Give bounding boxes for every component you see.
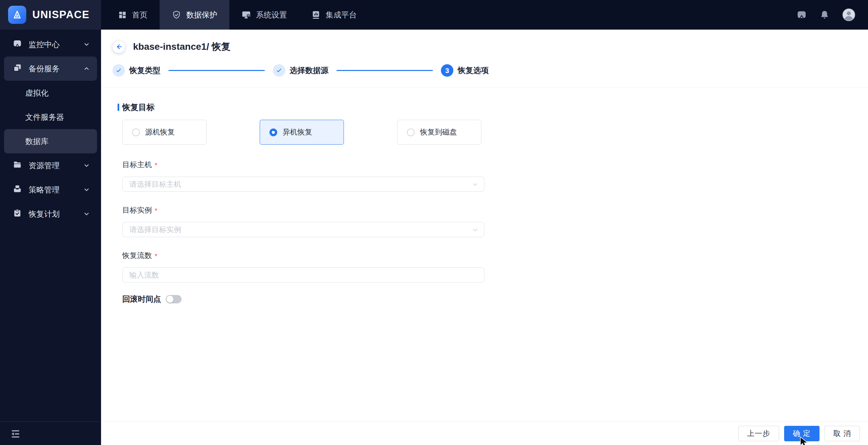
unispace-logo-icon bbox=[8, 6, 26, 24]
monitor-chat-icon bbox=[13, 39, 22, 50]
brand-name: UNISPACE bbox=[32, 9, 90, 21]
select-chevron-down-icon[interactable] bbox=[471, 181, 479, 188]
field-label-text: 目标主机 bbox=[122, 160, 152, 170]
form-content: 恢复目标 源机恢复 异机恢复 恢复到磁盘 目标主机 * bbox=[101, 102, 868, 304]
title-row: kbase-instance1/ 恢复 bbox=[113, 30, 868, 53]
chevron-down-icon bbox=[83, 186, 90, 194]
nav-item-label: 数据保护 bbox=[186, 10, 217, 20]
sidebar-subitem-label: 数据库 bbox=[25, 136, 49, 147]
chevron-down-icon bbox=[83, 41, 90, 48]
brand-logo-section: UNISPACE bbox=[0, 0, 101, 30]
bar-chart-icon bbox=[311, 10, 321, 20]
target-host-select bbox=[122, 177, 484, 192]
required-mark: * bbox=[155, 252, 158, 261]
chevron-up-icon bbox=[83, 65, 90, 72]
chevron-down-icon bbox=[83, 162, 90, 169]
sidebar-subitem-virtualization[interactable]: 虚拟化 bbox=[4, 81, 97, 105]
sidebar-item-recovery-plan[interactable]: 恢复计划 bbox=[4, 202, 97, 226]
user-avatar[interactable] bbox=[842, 8, 855, 21]
topbar-actions bbox=[797, 0, 868, 30]
page-title: kbase-instance1/ 恢复 bbox=[133, 40, 230, 53]
sidebar-item-resource-management[interactable]: 资源管理 bbox=[4, 153, 97, 178]
nav-item-system-settings[interactable]: 系统设置 bbox=[229, 0, 299, 30]
sidebar-collapse-bar bbox=[0, 421, 101, 445]
sidebar: 监控中心 备份服务 虚拟化 bbox=[0, 30, 101, 445]
nav-item-integration-platform[interactable]: 集成平台 bbox=[299, 0, 369, 30]
nav-item-data-protection[interactable]: 数据保护 bbox=[160, 0, 229, 30]
nav-item-label: 首页 bbox=[132, 10, 148, 20]
chevron-down-icon bbox=[83, 210, 90, 218]
shield-check-icon bbox=[172, 10, 181, 20]
rollback-time-toggle[interactable] bbox=[166, 295, 182, 303]
sidebar-subitem-file-server[interactable]: 文件服务器 bbox=[4, 105, 97, 129]
option-recover-to-disk[interactable]: 恢复到磁盘 bbox=[397, 120, 481, 145]
radio-unchecked[interactable] bbox=[132, 129, 140, 136]
sidebar-menu: 监控中心 备份服务 虚拟化 bbox=[0, 30, 101, 226]
recovery-target-options: 源机恢复 异机恢复 恢复到磁盘 bbox=[122, 120, 868, 145]
sidebar-item-label: 资源管理 bbox=[29, 161, 60, 171]
step-check-icon bbox=[113, 64, 125, 77]
required-mark: * bbox=[155, 207, 158, 215]
sidebar-item-label: 备份服务 bbox=[29, 64, 60, 74]
target-instance-label: 目标实例 * bbox=[122, 205, 868, 215]
recovery-streams-label: 恢复流数 * bbox=[122, 250, 868, 261]
sidebar-item-label: 策略管理 bbox=[29, 185, 60, 195]
archive-inbox-icon bbox=[13, 184, 22, 196]
required-mark: * bbox=[155, 161, 158, 170]
step-connector bbox=[337, 70, 433, 71]
radio-checked[interactable] bbox=[270, 129, 277, 136]
collapse-sidebar-icon[interactable] bbox=[10, 428, 21, 439]
folder-icon bbox=[13, 160, 22, 171]
rollback-time-row: 回滚时间点 bbox=[122, 294, 868, 304]
topbar: UNISPACE 首页 数据保护 bbox=[0, 0, 868, 30]
sidebar-subitem-database[interactable]: 数据库 bbox=[4, 129, 97, 153]
radio-unchecked[interactable] bbox=[407, 129, 415, 136]
sidebar-item-backup-service[interactable]: 备份服务 bbox=[4, 57, 97, 81]
option-label: 异机恢复 bbox=[283, 127, 312, 137]
notifications-bell-icon[interactable] bbox=[819, 10, 830, 20]
step-label: 恢复选项 bbox=[458, 65, 489, 76]
step-number: 3 bbox=[441, 64, 453, 77]
option-source-machine-recovery[interactable]: 源机恢复 bbox=[122, 120, 207, 145]
section-title-text: 恢复目标 bbox=[122, 102, 155, 113]
top-nav: 首页 数据保护 系统设 bbox=[106, 0, 369, 30]
recovery-streams-field bbox=[122, 267, 484, 282]
option-label: 源机恢复 bbox=[145, 127, 175, 137]
messages-icon[interactable] bbox=[797, 10, 807, 20]
back-button[interactable] bbox=[113, 41, 125, 53]
option-alternate-machine-recovery[interactable]: 异机恢复 bbox=[260, 120, 344, 145]
copy-stack-icon bbox=[13, 63, 22, 74]
cancel-button[interactable]: 取 消 bbox=[825, 426, 860, 441]
target-instance-select bbox=[122, 222, 484, 237]
section-title-recovery-target: 恢复目标 bbox=[122, 102, 868, 113]
sidebar-item-label: 监控中心 bbox=[29, 39, 60, 50]
sidebar-subitem-label: 虚拟化 bbox=[25, 88, 49, 98]
field-label-text: 恢复流数 bbox=[122, 250, 152, 261]
step-label: 选择数据源 bbox=[290, 65, 329, 76]
target-instance-input[interactable] bbox=[122, 222, 484, 237]
sidebar-item-policy-management[interactable]: 策略管理 bbox=[4, 178, 97, 202]
step-connector bbox=[168, 70, 265, 71]
step-recovery-options: 3 恢复选项 bbox=[441, 64, 489, 77]
sidebar-item-monitor-center[interactable]: 监控中心 bbox=[4, 32, 97, 57]
rollback-time-label: 回滚时间点 bbox=[122, 294, 161, 304]
page-header: kbase-instance1/ 恢复 恢复类型 选择数据源 bbox=[101, 30, 868, 88]
target-host-input[interactable] bbox=[122, 177, 484, 192]
sidebar-item-label: 恢复计划 bbox=[29, 209, 60, 219]
recovery-streams-input[interactable] bbox=[122, 267, 484, 282]
step-recovery-type: 恢复类型 bbox=[113, 64, 160, 77]
sidebar-subitem-label: 文件服务器 bbox=[25, 112, 64, 123]
step-check-icon bbox=[273, 64, 285, 77]
previous-step-button[interactable]: 上一步 bbox=[738, 426, 779, 441]
step-label: 恢复类型 bbox=[129, 65, 160, 76]
mouse-cursor bbox=[799, 436, 810, 445]
field-label-text: 目标实例 bbox=[122, 205, 152, 215]
nav-item-label: 集成平台 bbox=[326, 10, 357, 20]
monitor-gear-icon bbox=[242, 10, 251, 20]
select-chevron-down-icon[interactable] bbox=[471, 226, 479, 233]
main-panel: kbase-instance1/ 恢复 恢复类型 选择数据源 bbox=[101, 30, 868, 445]
nav-item-home[interactable]: 首页 bbox=[106, 0, 160, 30]
target-host-label: 目标主机 * bbox=[122, 160, 868, 170]
step-select-datasource: 选择数据源 bbox=[273, 64, 329, 77]
stepper: 恢复类型 选择数据源 3 恢复选项 bbox=[113, 64, 868, 77]
